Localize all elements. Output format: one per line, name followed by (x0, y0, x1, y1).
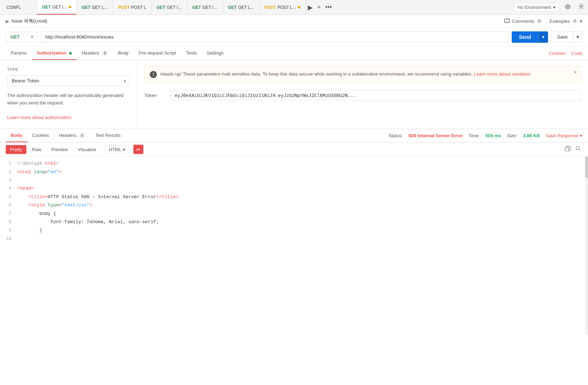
time-label: Time: (468, 133, 480, 138)
save-response-button[interactable]: Save Response ▾ (546, 133, 582, 138)
req-tab-right-links: Cookies Code (549, 51, 582, 56)
copy-icon[interactable] (564, 145, 572, 154)
auth-right-panel: ! Heads up! These parameters hold sensit… (137, 60, 588, 129)
tab-params[interactable]: Params (6, 47, 32, 60)
tab-get4-label: GET I... (203, 5, 217, 10)
fmt-type-selector[interactable]: HTML ▾ (105, 145, 129, 154)
svg-rect-4 (565, 147, 569, 152)
tab-authorization-dot (69, 52, 72, 55)
fmt-tab-raw[interactable]: Raw (28, 145, 46, 154)
code-body: 1 <!doctype html> 2 <html lang="en"> 3 4… (0, 156, 588, 335)
fmt-tab-preview[interactable]: Preview (47, 145, 72, 154)
warning-icon: ! (150, 71, 157, 78)
warning-learn-more-link[interactable]: Learn more about variables (474, 71, 530, 77)
tab-headers[interactable]: Headers 8 (77, 47, 113, 60)
tab-post2[interactable]: POST POST L... (259, 0, 306, 15)
tab-get2-method: GET (82, 5, 91, 10)
auth-description: The authorization header will be automat… (7, 92, 130, 122)
tab-get4-method: GET (192, 5, 201, 10)
tab-post1[interactable]: POST POST L (113, 0, 152, 15)
tab-post1-label: POST L (131, 5, 146, 10)
resp-tab-cookies[interactable]: Cookies (27, 129, 54, 142)
tab-headers-label: Headers (82, 50, 99, 56)
tab-more-button[interactable]: ••• (323, 2, 334, 12)
wrap-icon: ⇌ (136, 147, 140, 152)
url-bar: GET ▾ Send ▾ Save ▾ (0, 27, 588, 47)
tab-settings[interactable]: Settings (202, 47, 229, 60)
tab-get1-dot (69, 6, 71, 8)
send-dropdown-button[interactable]: ▾ (538, 31, 548, 43)
scrollbar[interactable] (585, 156, 588, 335)
tab-prerequest[interactable]: Pre-request Script (134, 47, 181, 60)
tab-params-label: Params (11, 50, 27, 56)
fmt-tab-preview-label: Preview (51, 147, 68, 152)
resp-tab-body[interactable]: Body (6, 129, 27, 142)
tab-get2[interactable]: GET GET L... (77, 0, 113, 15)
env-chevron-icon: ▾ (553, 5, 556, 10)
wrap-button[interactable]: ⇌ (133, 145, 143, 154)
tab-get1[interactable]: GET GET I... (37, 0, 77, 15)
response-status-bar: Status: 500 Internal Server Error Time: … (388, 133, 582, 138)
examples-button[interactable]: Examples 0 ▾ (549, 19, 582, 24)
method-value: GET (10, 34, 20, 40)
save-dropdown-button[interactable]: ▾ (574, 31, 582, 43)
resp-tab-test-results[interactable]: Test Results (90, 129, 126, 142)
method-chevron-icon: ▾ (31, 35, 33, 39)
method-selector[interactable]: GET ▾ (6, 32, 38, 42)
request-title: Issue 목록(Local) (11, 18, 47, 24)
tab-get5-method: GET (228, 5, 237, 10)
auth-type-select[interactable]: Bearer Token No Auth API Key Basic Auth … (7, 75, 130, 86)
token-input[interactable] (170, 90, 581, 101)
tab-get3-method: GET (157, 5, 165, 10)
cookies-link[interactable]: Cookies (549, 51, 566, 56)
tab-get1-label: GET I... (52, 5, 67, 10)
settings-icon[interactable] (576, 2, 587, 13)
fmt-tab-pretty[interactable]: Pretty (6, 145, 26, 154)
code-line-6: 6 <style type="text/css"> (0, 201, 588, 209)
size-label: Size: (507, 133, 517, 138)
fmt-tab-visualize[interactable]: Visualize (73, 145, 101, 154)
tab-get4[interactable]: GET GET I... (187, 0, 223, 15)
examples-count: 0 (572, 19, 578, 23)
comments-button[interactable]: Comments 0 (504, 19, 542, 24)
tab-authorization[interactable]: Authorization (32, 47, 77, 60)
examples-label: Examples (549, 19, 570, 24)
search-icon[interactable] (574, 145, 582, 154)
resp-tab-test-results-label: Test Results (95, 133, 121, 138)
code-link[interactable]: Code (571, 51, 582, 56)
scrollbar-thumb[interactable] (585, 156, 588, 178)
token-label: Token (144, 93, 166, 98)
tab-tests[interactable]: Tests (181, 47, 201, 60)
resp-tab-headers[interactable]: Headers 5 (54, 129, 90, 142)
svg-point-0 (567, 6, 568, 7)
save-button[interactable]: Save (551, 31, 574, 43)
fmt-tab-pretty-label: Pretty (10, 147, 22, 152)
tab-get5[interactable]: GET GET L... (223, 0, 259, 15)
body-format-bar: Pretty Raw Preview Visualize HTML ▾ ⇌ (0, 143, 588, 156)
tab-add-button[interactable]: + (315, 2, 323, 12)
tab-scroll-right[interactable]: ▶ (306, 2, 315, 13)
send-button[interactable]: Send (512, 31, 538, 43)
resp-tab-cookies-label: Cookies (32, 133, 49, 138)
tab-bar: CONFL GET GET I... GET GET L... POST POS… (0, 0, 588, 15)
comments-count: 0 (537, 19, 542, 23)
tab-body-label: Body (118, 50, 129, 56)
auth-warning-banner: ! Heads up! These parameters hold sensit… (144, 66, 581, 83)
eye-icon[interactable] (562, 2, 573, 12)
warning-main-text: Heads up! These parameters hold sensitiv… (160, 71, 472, 77)
body-action-icons (564, 145, 582, 154)
code-line-4: 4 <head> (0, 184, 588, 192)
fmt-type-value: HTML (109, 147, 121, 152)
tab-get3[interactable]: GET GET I... (152, 0, 187, 15)
environment-selector[interactable]: No Environment ▾ (514, 3, 559, 12)
tab-settings-label: Settings (207, 50, 224, 56)
url-input[interactable] (41, 31, 509, 42)
resp-tab-headers-count: 5 (79, 133, 85, 138)
tab-body[interactable]: Body (113, 47, 134, 60)
tab-confl-label: CONFL (6, 5, 21, 10)
auth-learn-more-link[interactable]: Learn more about authorization (7, 115, 72, 120)
code-line-5: 5 <title>HTTP Status 500 – Internal Serv… (0, 193, 588, 201)
tab-confl[interactable]: CONFL (1, 0, 37, 15)
warning-close-button[interactable]: × (574, 69, 577, 76)
status-label: Status: (388, 133, 403, 138)
